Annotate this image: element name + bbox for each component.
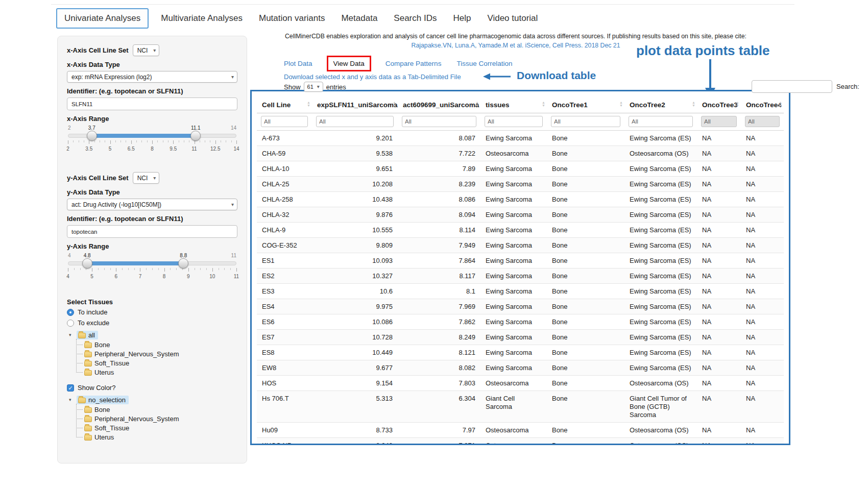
- table-row[interactable]: Hu098.7337.97OsteosarcomaBoneOsteosarcom…: [257, 423, 784, 438]
- column-header-cell-line[interactable]: Cell Line▲▼: [257, 95, 312, 113]
- show-color-checkbox-row[interactable]: ✓ Show Color?: [67, 384, 237, 392]
- table-row[interactable]: HOS9.1547.803OsteosarcomaBoneOsteosarcom…: [257, 376, 784, 391]
- sort-icon[interactable]: ▲▼: [619, 101, 623, 107]
- column-header-tissues[interactable]: tissues▲▼: [480, 95, 547, 113]
- x-data-type-select[interactable]: exp: mRNA Expression (log2) ▾: [67, 71, 237, 83]
- table-row[interactable]: CHLA-2510.2088.239Ewing SarcomaBoneEwing…: [257, 177, 784, 192]
- column-filter-expslfn11-unisarcoma[interactable]: [316, 116, 394, 127]
- table-row[interactable]: ES810.4498.121Ewing SarcomaBoneEwing Sar…: [257, 345, 784, 360]
- slider-handle-from[interactable]: [82, 258, 92, 269]
- tree-item-soft-tissue[interactable]: Soft_Tissue: [76, 423, 237, 432]
- nav-tab-multivariate-analyses[interactable]: Multivariate Analyses: [161, 9, 243, 28]
- sort-icon[interactable]: ▲▼: [393, 101, 396, 107]
- tree-item-uterus[interactable]: Uterus: [76, 432, 237, 442]
- column-header-label: expSLFN11_uniSarcoma: [317, 101, 398, 109]
- tree-item-soft-tissue[interactable]: Soft_Tissue: [76, 358, 237, 368]
- cell-oncotree2: Osteosarcoma (OS): [624, 376, 697, 391]
- table-row[interactable]: Hs 706.T5.3136.304Giant Cell SarcomaBone…: [257, 391, 784, 423]
- cell-expslfn11-unisarcoma: 10.093: [312, 253, 398, 269]
- table-row[interactable]: CHLA-910.5558.114Ewing SarcomaBoneEwing …: [257, 223, 784, 238]
- cell-oncotree1: Bone: [547, 238, 624, 253]
- x-identifier-input[interactable]: [67, 97, 237, 110]
- slider-handle-from[interactable]: [87, 131, 97, 141]
- sort-icon[interactable]: ▲▼: [307, 101, 310, 107]
- tree-root-node-all[interactable]: all: [77, 331, 98, 339]
- tree-collapse-icon[interactable]: ▾: [69, 332, 74, 337]
- column-filter-act609699-unisarcoma[interactable]: [402, 116, 476, 127]
- slider-tick-label: 8: [163, 274, 166, 279]
- column-header-expslfn11-unisarcoma[interactable]: expSLFN11_uniSarcoma▲▼: [312, 95, 398, 113]
- column-filter-cell-line[interactable]: [261, 116, 308, 127]
- tree-collapse-icon[interactable]: ▾: [69, 397, 74, 402]
- slider-tick-label: 3.5: [85, 146, 92, 152]
- top-nav: Univariate AnalysesMultivariate Analyses…: [56, 8, 554, 29]
- table-row[interactable]: CHA-599.5387.722OsteosarcomaBoneOsteosar…: [257, 146, 784, 161]
- view-tab-tissue-correlation[interactable]: Tissue Correlation: [456, 60, 512, 67]
- filter-cell: [741, 113, 784, 131]
- sort-icon[interactable]: ▲▼: [736, 101, 739, 107]
- table-row[interactable]: CHLA-329.8768.094Ewing SarcomaBoneEwing …: [257, 207, 784, 223]
- slider-handle-to[interactable]: [190, 131, 201, 141]
- y-identifier-input[interactable]: [67, 225, 237, 238]
- table-row[interactable]: ES49.9757.969Ewing SarcomaBoneEwing Sarc…: [257, 299, 784, 314]
- table-row[interactable]: ES310.68.1Ewing SarcomaBoneEwing Sarcoma…: [257, 284, 784, 299]
- sort-icon[interactable]: ▲▼: [692, 101, 695, 107]
- table-row[interactable]: A-6739.2018.087Ewing SarcomaBoneEwing Sa…: [257, 131, 784, 146]
- chevron-down-icon: ▾: [231, 202, 234, 207]
- view-tab-plot-data[interactable]: Plot Data: [284, 60, 312, 67]
- tree-item-label: Soft_Tissue: [94, 359, 129, 367]
- slider-minor-tick: [147, 140, 148, 142]
- nav-tab-univariate-analyses[interactable]: Univariate Analyses: [56, 8, 149, 29]
- column-header-oncotree2[interactable]: OncoTree2▲▼: [624, 95, 697, 113]
- column-filter-oncotree2[interactable]: [629, 116, 693, 127]
- tree-root-node-no-selection[interactable]: no_selection: [77, 396, 129, 404]
- sort-icon[interactable]: ▲▼: [475, 101, 479, 107]
- slider-handle-to[interactable]: [178, 258, 188, 269]
- x-range-slider[interactable]: 2143.711.123.556.589.51112.514: [68, 125, 236, 154]
- search-input[interactable]: [752, 80, 832, 93]
- download-data-link[interactable]: Download selected x and y axis data as a…: [284, 73, 461, 81]
- column-filter-tissues[interactable]: [485, 116, 543, 127]
- slider-minor-tick: [226, 140, 226, 142]
- column-header-oncotree3[interactable]: OncoTree3▲▼: [697, 95, 741, 113]
- table-row[interactable]: ES710.7288.249Ewing SarcomaBoneEwing Sar…: [257, 330, 784, 345]
- slider-minor-tick: [80, 268, 81, 270]
- tissues-exclude-radio[interactable]: To exclude: [67, 319, 237, 327]
- column-header-oncotree1[interactable]: OncoTree1▲▼: [547, 95, 624, 113]
- view-tab-compare-patterns[interactable]: Compare Patterns: [385, 60, 442, 67]
- nav-tab-help[interactable]: Help: [453, 9, 471, 28]
- sort-icon[interactable]: ▲▼: [779, 101, 782, 107]
- y-range-slider[interactable]: 4114.88.84567891011: [68, 253, 236, 281]
- sort-icon[interactable]: ▲▼: [542, 101, 545, 107]
- tree-root-label: no_selection: [88, 396, 126, 404]
- y-data-type-select[interactable]: act: Drug Activity (-log10[IC50M]) ▾: [67, 199, 237, 210]
- table-row[interactable]: EW89.6778.082Ewing SarcomaBoneEwing Sarc…: [257, 360, 784, 376]
- y-cell-line-set-select[interactable]: NCI ▾: [133, 172, 160, 184]
- nav-tab-search-ids[interactable]: Search IDs: [394, 9, 437, 28]
- nav-tab-video-tutorial[interactable]: Video tutorial: [487, 9, 538, 28]
- folder-icon: [78, 398, 86, 403]
- table-row[interactable]: CHLA-25810.4388.086Ewing SarcomaBoneEwin…: [257, 192, 784, 207]
- slider-minor-tick: [128, 268, 129, 270]
- table-row[interactable]: KHOS NP8.3437.371OsteosarcomaBoneOsteosa…: [257, 438, 784, 446]
- column-filter-oncotree1[interactable]: [551, 116, 620, 127]
- x-cell-line-set-select[interactable]: NCI ▾: [133, 44, 160, 56]
- slider-minor-tick: [221, 140, 221, 142]
- tree-item-bone[interactable]: Bone: [76, 405, 237, 414]
- tree-item-bone[interactable]: Bone: [76, 340, 237, 349]
- column-header-act609699-unisarcoma[interactable]: act609699_uniSarcoma▲▼: [398, 95, 480, 113]
- table-row[interactable]: ES210.3278.117Ewing SarcomaBoneEwing Sar…: [257, 269, 784, 284]
- tree-item-peripheral-nervous-system[interactable]: Peripheral_Nervous_System: [76, 414, 237, 423]
- tree-item-uterus[interactable]: Uterus: [76, 368, 237, 377]
- table-row[interactable]: ES610.0867.862Ewing SarcomaBoneEwing Sar…: [257, 314, 784, 330]
- view-tab-view-data[interactable]: View Data: [327, 56, 371, 71]
- entries-select[interactable]: 61 ▾: [304, 82, 323, 92]
- tree-item-peripheral-nervous-system[interactable]: Peripheral_Nervous_System: [76, 349, 237, 358]
- tissues-include-radio[interactable]: To include: [67, 308, 237, 316]
- column-header-oncotree4[interactable]: OncoTree4▲▼: [741, 95, 784, 113]
- nav-tab-metadata[interactable]: Metadata: [341, 9, 377, 28]
- table-row[interactable]: CHLA-109.6517.89Ewing SarcomaBoneEwing S…: [257, 161, 784, 177]
- nav-tab-mutation-variants[interactable]: Mutation variants: [259, 9, 325, 28]
- table-row[interactable]: ES110.0937.864Ewing SarcomaBoneEwing Sar…: [257, 253, 784, 269]
- table-row[interactable]: COG-E-3529.8097.949Ewing SarcomaBoneEwin…: [257, 238, 784, 253]
